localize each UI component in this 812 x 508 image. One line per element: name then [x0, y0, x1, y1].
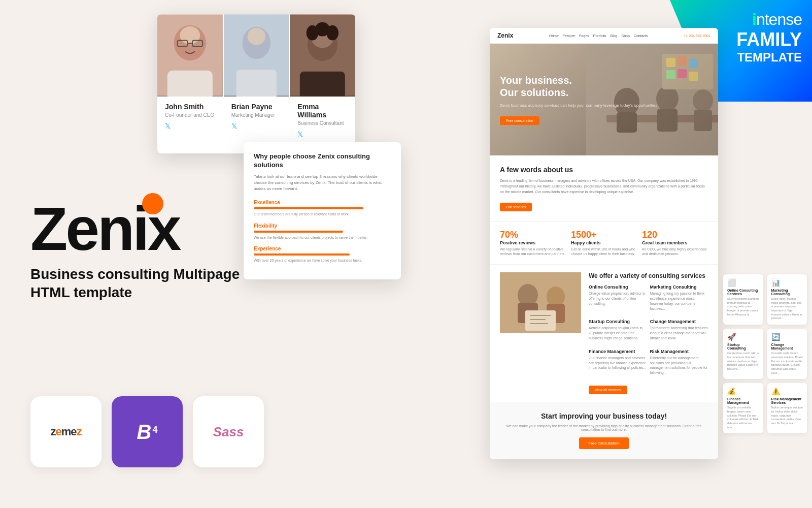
sass-logo: Sass	[213, 424, 244, 440]
services-grid: Online Consulting Charge value propositi…	[589, 284, 708, 380]
about-text: Zenix is a leading firm of business mana…	[500, 178, 708, 195]
services-right-panel: ⬜ Online Consulting Services Sit Amet me…	[718, 269, 812, 438]
srp-desc-risk: Nullus consequis volutpat tis. Nullus do…	[771, 406, 803, 425]
intense-template: TEMPLATE	[736, 50, 802, 65]
service-finance: Finance Management Our finance managers …	[589, 349, 647, 375]
about-title: A few words about us	[500, 166, 708, 174]
srp-icon-startup: 🚀	[727, 333, 759, 341]
nav-phone: +1 234 567 8901	[684, 34, 710, 38]
nav-logo: Zenix	[497, 32, 513, 39]
srp-desc-change: Convallis nulla dictum venenatis solutio…	[771, 352, 803, 375]
cta-text: We can make your company the leader of t…	[500, 424, 708, 431]
nav-link-shop: Shop	[621, 34, 629, 38]
experience-bar	[254, 253, 350, 256]
brian-role: Marketing Manager	[231, 112, 282, 118]
team-card-john	[157, 14, 223, 97]
stat-team-desc: As CEO, we hire only highly experienced …	[642, 247, 708, 257]
stat-clients: 1500+ Happy clients Get all done within …	[571, 230, 637, 257]
bootstrap-b: B	[137, 421, 152, 443]
stat-clients-label: Happy clients	[571, 240, 637, 245]
services-list: We offer a variety of consulting service…	[589, 272, 708, 394]
bootstrap-version: 4	[152, 425, 157, 435]
intense-family: FAMILY	[736, 29, 802, 50]
preview-stats: 70% Positive reviews We regularly receiv…	[490, 222, 718, 265]
svg-rect-29	[689, 59, 698, 68]
service-marketing: Marketing Consulting Managing long my pa…	[650, 284, 708, 311]
preview-navbar: Zenix Home Feature Pages Portfolio Blog …	[490, 28, 718, 44]
team-info-brian: Brian Payne Marketing Manager 𝕏	[224, 97, 289, 138]
service-desc-marketing: Managing long my passion to think excell…	[650, 291, 708, 311]
badge-bootstrap: B 4	[112, 396, 183, 467]
preview-services: We offer a variety of consulting service…	[490, 265, 718, 402]
team-card-emma	[290, 14, 355, 97]
srp-icon-risk: ⚠️	[771, 387, 803, 395]
emma-role: Business Consultant	[297, 120, 348, 126]
experience-label: Experience	[254, 246, 391, 251]
hero-cta-button[interactable]: Free consultation	[500, 116, 539, 125]
service-desc-startup: Aenelle adipiscing feugiat libero in, vu…	[589, 326, 647, 340]
nav-link-portfolio: Portfolio	[593, 34, 606, 38]
svg-rect-38	[525, 310, 556, 331]
srp-desc-online: Sit Amet means Blandum pretium rhoncus i…	[727, 297, 759, 316]
srp-icon-marketing: 📊	[771, 278, 803, 287]
srp-icon-online: ⬜	[727, 278, 759, 287]
john-role: Co-Founder and CEO	[165, 112, 215, 118]
service-desc-change: To transform something that features lea…	[650, 326, 708, 340]
services-all-button[interactable]: View all services	[589, 386, 627, 394]
service-risk: Risk Management Differently but for mana…	[650, 349, 708, 375]
svg-rect-9	[236, 70, 276, 97]
badge-zemez: zemez	[30, 396, 101, 467]
service-desc-online: Charge value proposition, advisor is off…	[589, 291, 647, 306]
cta-title: Start improving your business today!	[500, 412, 708, 420]
service-desc-risk: Differently but for management solutions…	[650, 356, 708, 375]
preview-about: A few words about us Zenix is a leading …	[490, 155, 718, 222]
service-name-finance: Finance Management	[589, 349, 647, 354]
flexibility-text: We use the flexible approach to our clie…	[254, 235, 391, 240]
srp-item-change: 🔄 Change Management Convallis nulla dict…	[767, 329, 807, 379]
stat-reviews-desc: We regularly receive a variety of positi…	[500, 247, 566, 257]
srp-name-marketing: Marketing Consulting	[771, 289, 803, 296]
services-left	[500, 272, 581, 394]
service-name-change: Change Management	[650, 319, 708, 324]
svg-rect-13	[300, 72, 345, 97]
brian-name: Brian Payne	[231, 103, 282, 111]
srp-name-risk: Risk Management Services	[771, 397, 803, 404]
why-item-experience: Experience With over 20 years of experie…	[254, 246, 391, 263]
team-preview: John Smith Co-Founder and CEO 𝕏 Brian Pa…	[157, 14, 355, 153]
excellence-label: Excellence	[254, 200, 391, 205]
svg-point-3	[180, 26, 200, 45]
stat-reviews-label: Positive reviews	[500, 240, 566, 245]
cta-button[interactable]: Free consultation	[579, 437, 628, 449]
nav-link-pages: Pages	[579, 34, 589, 38]
nav-link-feature: Feature	[563, 34, 575, 38]
team-cards-row	[157, 14, 355, 97]
logo-area: Zenix Business consulting Multipage HTML…	[30, 198, 240, 302]
team-info-emma: Emma Williams Business Consultant 𝕏	[290, 97, 355, 138]
emma-twitter: 𝕏	[297, 130, 348, 138]
service-desc-finance: Our finance managers and advisors are re…	[589, 356, 647, 370]
why-subtitle: Take a look at our team and see top 3 re…	[254, 174, 391, 192]
why-item-excellence: Excellence Our team members are fully ve…	[254, 200, 391, 217]
why-preview: Why people choose Zenix consulting solut…	[244, 142, 401, 279]
tagline: Business consulting Multipage HTML templ…	[30, 265, 240, 302]
intense-badge-text: intense FAMILY TEMPLATE	[736, 10, 802, 65]
srp-item-startup: 🚀 Startup Consulting Curata rhon cumin n…	[723, 329, 763, 379]
srp-item-finance: 💰 Finance Management Sagittis ut convall…	[723, 383, 763, 433]
stat-team-number: 120	[642, 230, 708, 240]
service-name-startup: Startup Consulting	[589, 319, 647, 324]
srp-desc-startup: Curata rhon cumin nibh a tris. ementum d…	[727, 352, 759, 371]
tagline-line2: HTML template	[30, 284, 132, 300]
service-change: Change Management To transform something…	[650, 319, 708, 340]
excellence-text: Our team members are fully versed in rel…	[254, 212, 391, 217]
about-button[interactable]: Our services	[500, 203, 532, 211]
preview-hero: Your business. Our solutions. Zenix busi…	[490, 44, 718, 155]
why-item-flexibility: Flexibility We use the flexible approach…	[254, 223, 391, 240]
intense-title: intense	[736, 10, 802, 29]
zemez-logo: zemez	[50, 425, 81, 438]
nav-link-blog: Blog	[610, 34, 617, 38]
hero-title-line1: Your business.	[500, 75, 572, 86]
svg-rect-28	[678, 56, 687, 66]
service-name-online: Online Consulting	[589, 284, 647, 290]
excellence-bar	[254, 207, 363, 209]
hero-title-line2: Our solutions.	[500, 87, 569, 98]
